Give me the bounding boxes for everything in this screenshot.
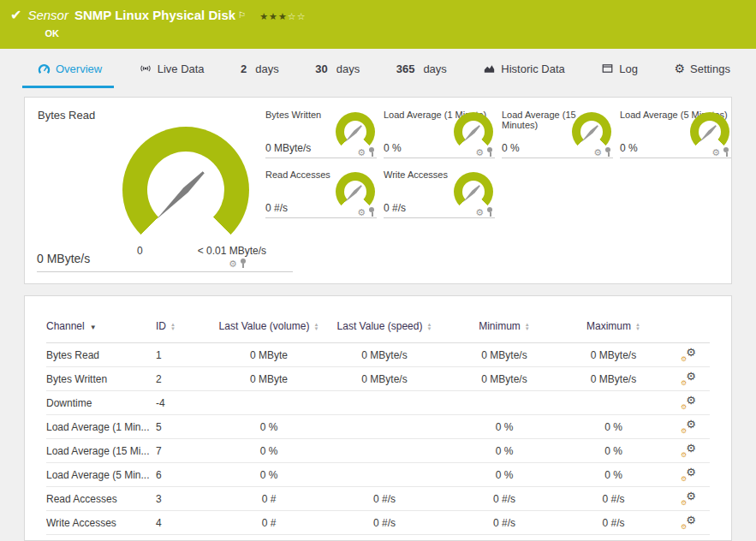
channel-id: 1 <box>156 343 217 367</box>
channel-maximum: 0 % <box>560 463 667 487</box>
channel-name: Bytes Written <box>46 367 156 391</box>
pin-icon[interactable] <box>486 147 493 158</box>
channel-row: Bytes Read 1 0 MByte 0 MByte/s 0 MByte/s… <box>46 343 710 367</box>
channel-row: Read Accesses 3 0 # 0 #/s 0 #/s 0 #/s ⚙ … <box>46 487 710 511</box>
channel-last-value-speed: 0 #/s <box>320 511 449 535</box>
mini-gauge-value: 0 #/s <box>384 202 406 214</box>
tab-historic-data[interactable]: Historic Data <box>483 49 564 88</box>
tab-log[interactable]: Log <box>601 49 638 88</box>
gear-icon: ⚙ <box>686 442 696 455</box>
channel-gear-icon[interactable]: ⚙ <box>475 208 484 217</box>
channel-gear-icon[interactable]: ⚙ <box>357 208 366 217</box>
small-gear-icon: ⚙ <box>681 451 687 459</box>
flag-icon[interactable]: ⚐ <box>238 10 246 20</box>
channel-last-value-speed: 0 MByte/s <box>320 367 449 391</box>
channel-maximum: 0 % <box>560 415 667 439</box>
col-header-minimum[interactable]: Minimum▲▼ <box>449 313 560 343</box>
pin-icon[interactable] <box>240 259 247 269</box>
tab-30-days[interactable]: 30 days <box>315 49 360 88</box>
tab-settings[interactable]: ⚙ Settings <box>674 49 730 88</box>
object-kind-label: Sensor <box>27 8 68 22</box>
small-gear-icon: ⚙ <box>681 355 687 363</box>
sensor-status-badge: OK <box>45 28 306 39</box>
gear-icon: ⚙ <box>686 490 696 502</box>
tab-overview[interactable]: Overview <box>38 49 102 88</box>
channel-gear-icon[interactable]: ⚙ <box>593 148 602 158</box>
channel-last-value-volume <box>217 391 320 415</box>
channel-settings-icon[interactable]: ⚙ ⚙ <box>681 395 696 409</box>
channel-maximum: 0 #/s <box>560 511 667 535</box>
mini-gauge-value: 0 % <box>384 142 402 154</box>
pin-icon[interactable] <box>723 147 729 158</box>
gear-icon: ⚙ <box>686 346 696 359</box>
gear-icon: ⚙ <box>686 514 696 526</box>
mini-gauge-dial <box>572 112 611 152</box>
channel-id: 3 <box>156 487 217 511</box>
small-gear-icon: ⚙ <box>681 523 687 531</box>
channel-settings-icon[interactable]: ⚙ ⚙ <box>681 514 696 529</box>
gear-icon: ⚙ <box>686 418 696 431</box>
gear-icon: ⚙ <box>686 466 696 479</box>
channel-maximum <box>560 391 667 415</box>
prtg-sensor-page: ✔ SensorSNMP Linux Physical Disk⚐ ★★★☆☆ … <box>0 0 756 541</box>
channel-settings-icon[interactable]: ⚙ ⚙ <box>681 490 696 505</box>
channel-settings-icon[interactable]: ⚙ ⚙ <box>681 467 696 481</box>
divider <box>37 271 293 272</box>
col-header-last-value-volume[interactable]: Last Value (volume)▲▼ <box>217 313 320 343</box>
pin-icon[interactable] <box>604 147 611 158</box>
channel-name: Load Average (15 Mi... <box>46 439 156 463</box>
channel-last-value-speed <box>320 391 449 415</box>
priority-stars[interactable]: ★★★☆☆ <box>259 11 306 21</box>
channel-name: Read Accesses <box>46 487 156 511</box>
channel-maximum: 0 #/s <box>560 487 667 511</box>
mini-gauge-dial <box>690 112 729 152</box>
channel-minimum: 0 #/s <box>449 487 560 511</box>
tab-live-data[interactable]: Live Data <box>139 49 205 88</box>
col-header-maximum[interactable]: Maximum▲▼ <box>560 313 667 343</box>
col-header-channel[interactable]: Channel▼ <box>46 313 156 343</box>
channel-settings-icon[interactable]: ⚙ ⚙ <box>681 371 696 385</box>
channel-name: Downtime <box>46 391 156 415</box>
channel-gear-icon[interactable]: ⚙ <box>475 148 484 158</box>
primary-gauge-title: Bytes Read <box>38 109 95 122</box>
gauge-load-average-5-minutes: Load Average (5 Minutes) 0 % ⚙ <box>620 110 731 158</box>
pin-icon[interactable] <box>368 147 375 158</box>
pin-icon[interactable] <box>368 207 375 217</box>
channel-gear-icon[interactable]: ⚙ <box>229 259 237 269</box>
tab-bar: Overview Live Data 2 days 30 days 365 da… <box>0 49 756 88</box>
bytes-read-gauge <box>122 127 249 253</box>
col-header-id[interactable]: ID▲▼ <box>156 313 217 343</box>
channel-maximum: 0 MByte/s <box>560 367 667 391</box>
channel-table-panel: Channel▼ ID▲▼ Last Value (volume)▲▼ Last… <box>24 295 732 541</box>
channel-settings-icon[interactable]: ⚙ ⚙ <box>681 419 696 433</box>
channel-settings-icon[interactable]: ⚙ ⚙ <box>681 347 696 361</box>
title-block: SensorSNMP Linux Physical Disk⚐ ★★★☆☆ OK <box>27 7 306 39</box>
gauge-read-accesses: Read Accesses 0 #/s ⚙ <box>265 169 377 218</box>
channel-gear-icon[interactable]: ⚙ <box>357 148 366 158</box>
channel-id: 7 <box>156 439 217 463</box>
tab-365-days[interactable]: 365 days <box>396 49 447 88</box>
pin-icon[interactable] <box>486 207 493 217</box>
channel-row: Load Average (1 Min... 5 0 % 0 % 0 % ⚙ ⚙ <box>46 415 710 439</box>
col-header-last-value-speed[interactable]: Last Value (speed)▲▼ <box>320 313 449 343</box>
channel-last-value-speed <box>320 415 449 439</box>
channel-last-value-speed: 0 MByte/s <box>320 343 449 367</box>
channel-id: 2 <box>156 367 217 391</box>
gauge-load-average-1-minute: Load Average (1 Minute) 0 % ⚙ <box>384 110 495 158</box>
channel-settings-icon[interactable]: ⚙ ⚙ <box>681 443 696 457</box>
sensor-title: SNMP Linux Physical Disk <box>74 8 235 22</box>
channel-last-value-volume: 0 MByte <box>217 343 320 367</box>
mini-gauge-dial <box>336 112 375 152</box>
channel-last-value-volume: 0 # <box>217 511 320 535</box>
channel-name: Load Average (5 Min... <box>46 463 156 487</box>
channel-last-value-volume: 0 % <box>217 439 320 463</box>
sort-desc-icon: ▼ <box>90 324 97 331</box>
mini-gauge-dial <box>454 172 493 211</box>
tab-2-days[interactable]: 2 days <box>241 49 279 88</box>
channel-minimum: 0 % <box>449 439 560 463</box>
channel-gear-icon[interactable]: ⚙ <box>711 148 720 158</box>
channel-row: Write Accesses 4 0 # 0 #/s 0 #/s 0 #/s ⚙… <box>46 511 710 535</box>
tab-number: 30 <box>315 62 327 75</box>
tab-label: Historic Data <box>501 62 564 75</box>
channel-row: Bytes Written 2 0 MByte 0 MByte/s 0 MByt… <box>46 367 710 391</box>
